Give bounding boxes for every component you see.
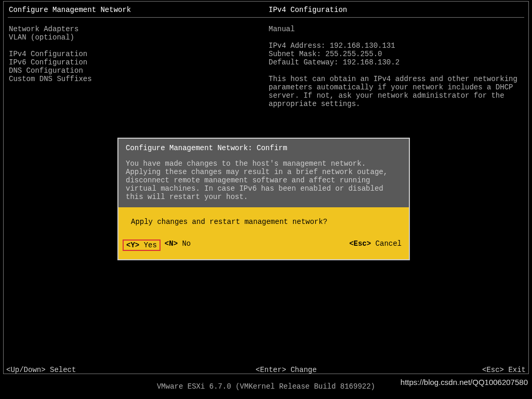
hint-updown: <Up/Down> Select (6, 366, 256, 374)
page-title-left: Configure Management Network (9, 6, 269, 14)
mask-label: Subnet Mask: (269, 50, 321, 58)
hint-esc: <Esc> Exit (422, 366, 526, 374)
mask-row: Subnet Mask: 255.255.255.0 (269, 50, 523, 58)
ipv4-row: IPv4 Address: 192.168.130.131 (269, 42, 523, 50)
menu-vlan[interactable]: VLAN (optional) (9, 33, 269, 42)
menu-ipv6[interactable]: IPv6 Configuration (9, 58, 269, 66)
menu-ipv4[interactable]: IPv4 Configuration (9, 50, 269, 58)
confirm-dialog: Configure Management Network: Confirm Yo… (117, 138, 410, 260)
watermark: https://blog.csdn.net/QQ1006207580 (401, 378, 528, 387)
yes-label: Yes (144, 241, 157, 249)
menu-network-adapters[interactable]: Network Adapters (9, 25, 269, 33)
yes-button[interactable]: <Y> Yes (123, 240, 161, 251)
gateway-row: Default Gateway: 192.168.130.2 (269, 58, 523, 66)
detail-panel: Manual IPv4 Address: 192.168.130.131 Sub… (269, 25, 523, 108)
ipv4-value: 192.168.130.131 (330, 42, 395, 50)
yes-key: <Y> (126, 241, 139, 249)
ip-mode: Manual (269, 25, 523, 33)
ipv4-label: IPv4 Address: (269, 42, 325, 50)
menu-gap (9, 42, 269, 50)
mask-value: 255.255.255.0 (325, 50, 382, 58)
no-button[interactable]: <N> No (165, 240, 191, 251)
hint-enter: <Enter> Change (256, 366, 422, 374)
cancel-label: Cancel (376, 240, 402, 248)
menu-dns-suffixes[interactable]: Custom DNS Suffixes (9, 75, 269, 83)
gateway-label: Default Gateway: (269, 58, 338, 66)
gateway-value: 192.168.130.2 (343, 58, 400, 66)
sidebar-menu: Network Adapters VLAN (optional) IPv4 Co… (9, 25, 269, 108)
no-label: No (182, 240, 191, 248)
dialog-question: Apply changes and restart management net… (131, 218, 402, 226)
dialog-body: You have made changes to the host's mana… (126, 159, 402, 201)
key-hints: <Up/Down> Select <Enter> Change <Esc> Ex… (3, 366, 529, 374)
cancel-button[interactable]: <Esc> Cancel (349, 240, 402, 248)
no-key: <N> (165, 240, 178, 248)
menu-dns[interactable]: DNS Configuration (9, 66, 269, 75)
dialog-title: Configure Management Network: Confirm (126, 144, 402, 152)
page-title-right: IPv4 Configuration (269, 6, 523, 14)
ip-description: This host can obtain an IPv4 address and… (269, 75, 523, 108)
cancel-key: <Esc> (349, 240, 371, 248)
